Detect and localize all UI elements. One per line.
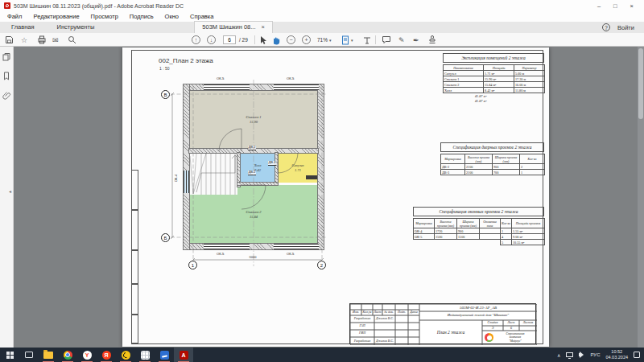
volume-icon[interactable] bbox=[579, 353, 581, 356]
table-total: 10.55 м² bbox=[512, 240, 545, 245]
stamp-tool-icon[interactable] bbox=[427, 35, 437, 45]
menu-view[interactable]: Просмотр bbox=[91, 13, 118, 20]
star-icon[interactable]: ☆ bbox=[21, 35, 27, 45]
pencil-tool-icon[interactable]: ✎ bbox=[398, 35, 405, 45]
table-cell: 15.90 м² bbox=[484, 76, 514, 82]
select-tool-icon[interactable] bbox=[259, 35, 267, 45]
taskbar-grid-app[interactable] bbox=[135, 348, 155, 362]
taskbar-acrobat[interactable]: A bbox=[174, 348, 193, 362]
tab-document[interactable]: 503М Шишкин 08... × bbox=[194, 21, 273, 33]
chrome-icon bbox=[64, 351, 72, 360]
tb-cell bbox=[382, 304, 395, 310]
menu-file[interactable]: Файл bbox=[7, 13, 22, 20]
window-controls: – □ × bbox=[597, 2, 640, 10]
maximize-button[interactable]: □ bbox=[613, 2, 617, 10]
window-title: 503М Шишкин 08.11.2023 (общий).pdf - Ado… bbox=[14, 3, 184, 9]
next-page-button[interactable]: ↓ bbox=[207, 35, 216, 45]
table-cell: 1.55 м² bbox=[512, 228, 545, 234]
language-indicator[interactable]: РУС bbox=[590, 352, 600, 357]
navigation-pane bbox=[0, 47, 14, 348]
zoom-out-button[interactable]: − bbox=[287, 35, 295, 45]
tb-role: Разработал bbox=[350, 337, 374, 345]
tab-close-icon[interactable]: × bbox=[262, 23, 265, 31]
taskbar-yellow-app[interactable] bbox=[116, 348, 135, 362]
stair-treads bbox=[190, 153, 235, 195]
zoom-level-label: 71% bbox=[317, 37, 328, 43]
company-logo bbox=[485, 333, 493, 342]
notification-center-icon[interactable] bbox=[634, 352, 640, 358]
table-row: Холл8.42 м²11.80 м bbox=[444, 88, 545, 93]
menu-window[interactable]: Окно bbox=[165, 13, 179, 20]
menu-help[interactable]: Справка bbox=[190, 13, 213, 20]
hidden-icons-chevron[interactable]: ∧ bbox=[557, 352, 560, 358]
taskbar-yandex-browser[interactable]: Y bbox=[77, 348, 97, 362]
taskbar-file-explorer[interactable] bbox=[39, 348, 58, 362]
table-cell bbox=[480, 234, 501, 240]
table-cell: 700 bbox=[493, 170, 520, 175]
table-cell: 1500 bbox=[457, 234, 480, 240]
network-icon[interactable] bbox=[566, 352, 573, 357]
taskbar-yandex[interactable]: Я bbox=[97, 348, 116, 362]
main-area: ◂ 002_План 2 этажа 1 : 50 Спальня 1 bbox=[0, 47, 644, 348]
table-cell bbox=[480, 240, 501, 245]
previous-page-button[interactable]: ↑ bbox=[192, 35, 200, 45]
comment-tool-icon[interactable] bbox=[382, 35, 391, 45]
measure-tool-icon[interactable] bbox=[362, 35, 372, 45]
tabbar-right: ? Войти bbox=[602, 23, 644, 31]
column-header: Маркировка bbox=[441, 154, 465, 164]
page-thumbnails-icon[interactable] bbox=[2, 52, 11, 61]
panel-collapse-icon[interactable]: ◂ bbox=[9, 188, 11, 194]
taskbar-blue-app[interactable] bbox=[155, 348, 174, 362]
hatch-marker bbox=[306, 175, 317, 179]
page-number-input[interactable] bbox=[223, 35, 236, 44]
column-header: Маркировка bbox=[414, 219, 435, 228]
scrollbar-thumb[interactable] bbox=[638, 48, 643, 119]
clock-date: 04.03.2024 bbox=[605, 355, 628, 360]
tb-cell bbox=[408, 304, 419, 310]
windows-logo-icon bbox=[6, 352, 10, 355]
table-cell: ОК-5 bbox=[414, 234, 435, 240]
table-cell: 900 bbox=[457, 228, 480, 234]
table-cell: 2100 bbox=[465, 170, 493, 175]
yandex-icon: Я bbox=[102, 351, 111, 360]
close-button[interactable]: × bbox=[630, 2, 634, 10]
tb-cell bbox=[373, 304, 382, 310]
email-icon[interactable]: ✉ bbox=[52, 35, 59, 45]
help-icon[interactable]: ? bbox=[602, 23, 610, 31]
table-title: Спецификация дверных проемов 2 этажа bbox=[440, 142, 544, 152]
table-header-row: МаркировкаВысота проема (мм)Ширина проем… bbox=[414, 219, 545, 228]
toolbar: ☆ ✉ ↑ ↓ / 29 − + 71% ▾ ▾ bbox=[0, 33, 644, 47]
print-icon[interactable] bbox=[37, 35, 47, 45]
clock[interactable]: 10:52 04.03.2024 bbox=[605, 349, 628, 360]
save-icon[interactable] bbox=[5, 35, 14, 45]
vertical-scrollbar[interactable] bbox=[638, 47, 644, 348]
menu-edit[interactable]: Редактирование bbox=[33, 13, 79, 20]
hand-tool-icon[interactable] bbox=[271, 35, 281, 45]
table-cell: ДВ-3 bbox=[441, 170, 465, 175]
column-header: Ширина проема (мм) bbox=[457, 219, 480, 228]
task-view-button[interactable] bbox=[19, 348, 39, 362]
caret-down-icon: ▾ bbox=[351, 38, 353, 43]
attachments-icon[interactable] bbox=[2, 91, 11, 100]
minimize-button[interactable]: – bbox=[597, 2, 601, 10]
table-cell bbox=[435, 240, 457, 245]
search-icon[interactable] bbox=[68, 35, 76, 45]
table-cell: 900 bbox=[493, 164, 520, 170]
sign-in-button[interactable]: Войти bbox=[617, 24, 634, 31]
tab-tools[interactable]: Инструменты bbox=[46, 22, 106, 33]
taskbar-chrome[interactable] bbox=[58, 348, 77, 362]
tab-home[interactable]: Главная bbox=[0, 22, 46, 33]
spec-table-grid: МаркировкаВысота проема (мм)Ширина проем… bbox=[413, 218, 545, 245]
menu-sign[interactable]: Подпись bbox=[130, 13, 154, 20]
page-view-dropdown[interactable]: ▾ bbox=[341, 35, 353, 45]
toolbar-divider bbox=[375, 35, 376, 44]
sign-tool-icon[interactable]: ✒ bbox=[413, 35, 419, 45]
start-button[interactable] bbox=[0, 348, 19, 362]
document-area: 002_План 2 этажа 1 : 50 Спальня 1 15.90 … bbox=[14, 47, 644, 348]
table-header-row: МаркировкаВысота проема (мм)Ширина проем… bbox=[441, 154, 545, 164]
column-header: Ширина проема (мм) bbox=[493, 154, 520, 164]
zoom-in-button[interactable]: + bbox=[302, 35, 311, 45]
company-line: "Модулус" bbox=[509, 339, 522, 343]
zoom-level-dropdown[interactable]: 71% ▾ bbox=[317, 35, 332, 45]
bookmarks-icon[interactable] bbox=[2, 72, 10, 80]
